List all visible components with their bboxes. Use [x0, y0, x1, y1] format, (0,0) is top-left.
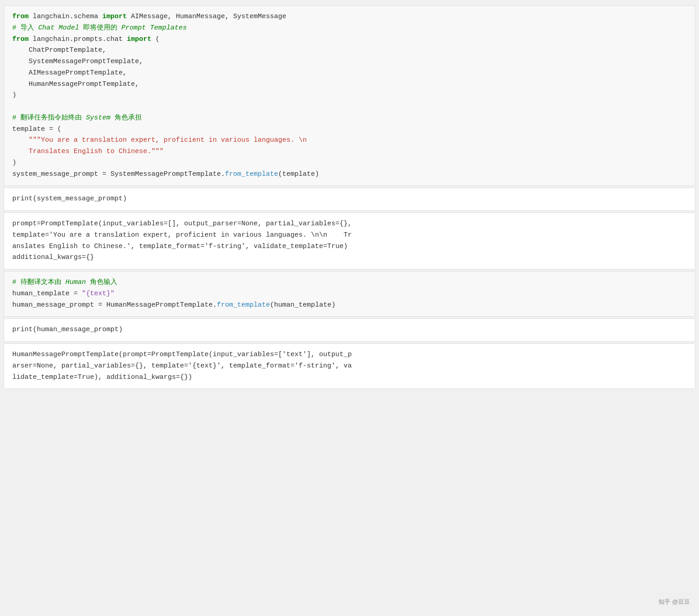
code-line: prompt=PromptTemplate(input_variables=[]…	[12, 219, 687, 230]
code-token: from	[12, 13, 29, 20]
code-line: HumanMessagePromptTemplate,	[12, 79, 687, 90]
code-token: lidate_template=True), additional_kwargs…	[12, 373, 192, 381]
code-line: HumanMessagePromptTemplate(prompt=Prompt…	[12, 349, 687, 361]
code-token: AIMessage, HumanMessage, SystemMessage	[127, 13, 286, 20]
code-token: print(human_message_prompt)	[12, 326, 123, 333]
code-token: arser=None, partial_variables={}, templa…	[12, 362, 352, 370]
code-token: human_template =	[12, 290, 82, 298]
code-token: (	[151, 35, 160, 43]
code-token: """You are a translation expert, profici…	[12, 136, 307, 144]
code-token: System	[86, 114, 110, 122]
code-line: )	[12, 158, 687, 169]
code-line: system_message_prompt = SystemMessagePro…	[12, 169, 687, 180]
code-token: from	[12, 35, 29, 43]
code-token: import	[102, 13, 127, 20]
block1: from langchain.schema import AIMessage, …	[4, 5, 695, 186]
code-line: print(human_message_prompt)	[12, 324, 687, 336]
code-line: arser=None, partial_variables={}, templa…	[12, 361, 687, 372]
code-line: template='You are a translation expert, …	[12, 230, 687, 241]
code-token: langchain.prompts.chat	[29, 35, 127, 43]
page-container: from langchain.schema import AIMessage, …	[0, 0, 699, 394]
code-token: Human	[65, 278, 86, 286]
code-token: prompt=PromptTemplate(input_variables=[]…	[12, 220, 352, 228]
code-token: Prompt Templates	[121, 24, 187, 32]
code-token: "{text}"	[82, 290, 115, 298]
code-token: (template)	[278, 170, 319, 178]
code-line: SystemMessagePromptTemplate,	[12, 56, 687, 68]
code-token: import	[127, 35, 151, 43]
code-token: 即将使用的	[79, 24, 121, 32]
code-token: 角色输入	[86, 278, 117, 286]
block3: prompt=PromptTemplate(input_variables=[]…	[4, 213, 695, 269]
code-token: 角色承担	[110, 114, 142, 122]
code-line: human_message_prompt = HumanMessagePromp…	[12, 300, 687, 311]
code-token: Translates English to Chinese."""	[12, 148, 164, 155]
code-line: lidate_template=True), additional_kwargs…	[12, 372, 687, 383]
code-line: from langchain.prompts.chat import (	[12, 34, 687, 45]
code-line: """You are a translation expert, profici…	[12, 135, 687, 146]
code-token: HumanMessagePromptTemplate(prompt=Prompt…	[12, 351, 352, 358]
code-line: from langchain.schema import AIMessage, …	[12, 11, 687, 23]
code-token: Chat Model	[38, 24, 79, 32]
code-token: from_template	[217, 301, 270, 309]
code-token: print(system_message_prompt)	[12, 195, 127, 203]
code-token: SystemMessagePromptTemplate,	[12, 58, 143, 65]
code-line: template = (	[12, 124, 687, 135]
code-token: # 导入	[12, 24, 38, 32]
code-token: additional_kwargs={}	[12, 253, 94, 261]
code-token: template = (	[12, 125, 61, 133]
code-token: )	[12, 159, 16, 167]
code-token: # 待翻译文本由	[12, 278, 65, 286]
code-line: AIMessagePromptTemplate,	[12, 68, 687, 79]
code-token: template='You are a translation expert, …	[12, 231, 352, 239]
block6: HumanMessagePromptTemplate(prompt=Prompt…	[4, 343, 695, 389]
code-line: anslates English to Chinese.', template_…	[12, 241, 687, 253]
code-token: (human_template)	[270, 301, 335, 309]
code-line: # 导入 Chat Model 即将使用的 Prompt Templates	[12, 23, 687, 34]
code-line: )	[12, 90, 687, 101]
code-line	[12, 101, 687, 113]
code-token: AIMessagePromptTemplate,	[12, 69, 127, 77]
code-token: HumanMessagePromptTemplate,	[12, 80, 139, 88]
block5: print(human_message_prompt)	[4, 318, 695, 342]
code-line: human_template = "{text}"	[12, 288, 687, 300]
code-token: langchain.schema	[29, 13, 102, 20]
code-token: from_template	[225, 170, 278, 178]
block4: # 待翻译文本由 Human 角色输入human_template = "{te…	[4, 271, 695, 317]
code-token: ChatPromptTemplate,	[12, 46, 106, 54]
code-line: Translates English to Chinese."""	[12, 146, 687, 158]
code-line: # 待翻译文本由 Human 角色输入	[12, 277, 687, 288]
code-token: anslates English to Chinese.', template_…	[12, 243, 348, 250]
code-line: ChatPromptTemplate,	[12, 45, 687, 56]
code-line: additional_kwargs={}	[12, 252, 687, 263]
block2: print(system_message_prompt)	[4, 188, 695, 211]
code-token: )	[12, 91, 16, 99]
code-line: # 翻译任务指令始终由 System 角色承担	[12, 113, 687, 124]
code-line: print(system_message_prompt)	[12, 194, 687, 205]
code-token: system_message_prompt = SystemMessagePro…	[12, 170, 225, 178]
code-token: # 翻译任务指令始终由	[12, 114, 86, 122]
code-token: human_message_prompt = HumanMessagePromp…	[12, 301, 217, 309]
